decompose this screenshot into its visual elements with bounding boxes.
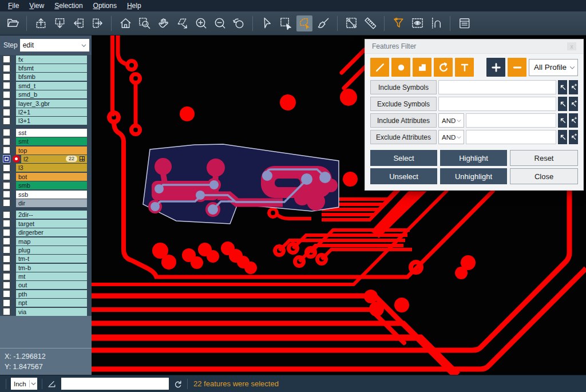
pick-add-from-graphic-button[interactable] <box>569 113 578 128</box>
layer-row-bot[interactable]: bot <box>0 172 92 181</box>
layer-row-l3+1[interactable]: l3+1 <box>0 117 92 125</box>
filter-input[interactable] <box>438 97 556 111</box>
layer-row-map[interactable]: map <box>0 237 92 246</box>
layer-checkbox[interactable] <box>3 100 10 107</box>
layer-checkbox[interactable] <box>3 191 10 198</box>
layer-row-fx[interactable]: fx <box>0 55 92 64</box>
layer-name[interactable]: bfsmb <box>16 73 87 81</box>
arc-tool-button[interactable] <box>434 58 453 77</box>
layer-checkbox[interactable] <box>3 290 10 298</box>
layer-row-top[interactable]: top <box>0 146 92 155</box>
unhighlight-button[interactable]: Unhighlight <box>440 168 507 184</box>
layer-name[interactable]: l2+1 <box>16 108 87 116</box>
layer-checkbox[interactable] <box>3 138 10 145</box>
layer-row-plug[interactable]: plug <box>0 246 92 254</box>
layer-name[interactable]: l3+1 <box>16 117 87 125</box>
home-button[interactable] <box>117 15 133 31</box>
filter-label-button[interactable]: Include Attributes <box>370 113 437 128</box>
layer-name[interactable]: tm-t <box>16 255 87 263</box>
layer-row-smd_t[interactable]: smd_t <box>0 81 92 90</box>
layer-checkbox[interactable] <box>3 164 10 172</box>
zoom-previous-button[interactable] <box>231 15 247 31</box>
zoom-polygon-button[interactable] <box>174 15 190 31</box>
layer-row-2dir--[interactable]: 2dir-- <box>0 211 92 219</box>
layer-name[interactable]: target <box>16 220 87 228</box>
layer-row-tm-b[interactable]: tm-b <box>0 263 92 272</box>
layer-row-target[interactable]: target <box>0 219 92 228</box>
layer-name[interactable]: out <box>16 281 87 289</box>
layer-name[interactable]: l3 <box>16 164 87 172</box>
layer-name[interactable]: fx <box>16 56 87 64</box>
menu-view[interactable]: View <box>25 1 50 11</box>
layer-row-dirgerber[interactable]: dirgerber <box>0 228 92 236</box>
view-profile-button[interactable] <box>409 15 425 31</box>
layer-name[interactable]: l222 <box>21 155 87 163</box>
zoom-area-button[interactable] <box>136 15 152 31</box>
remove-tool-button[interactable] <box>508 58 526 77</box>
move-right-button[interactable] <box>89 15 105 31</box>
move-down-button[interactable] <box>52 15 68 31</box>
select-polygon-button[interactable] <box>296 15 312 31</box>
layer-checkbox[interactable] <box>3 255 10 263</box>
layer-row-smt[interactable]: smt <box>0 137 92 146</box>
layer-checkbox[interactable] <box>3 65 10 72</box>
menu-options[interactable]: Options <box>89 1 122 11</box>
filter-button[interactable] <box>390 15 406 31</box>
layer-checkbox[interactable] <box>3 308 10 315</box>
layer-checkbox[interactable] <box>3 155 10 163</box>
layer-row-layer_3.gbr[interactable]: layer_3.gbr <box>0 99 92 108</box>
ruler-button[interactable] <box>362 15 378 31</box>
filter-label-button[interactable]: Exclude Attributes <box>370 130 437 144</box>
layer-name[interactable]: smd_b <box>16 90 87 98</box>
layer-name[interactable]: smd_t <box>16 82 87 90</box>
select-rect-button[interactable] <box>278 15 294 31</box>
layer-row-bfsmb[interactable]: bfsmb <box>0 73 92 81</box>
layer-name[interactable]: bfsmt <box>16 64 87 72</box>
layer-row-l3[interactable]: l3 <box>0 164 92 172</box>
layer-checkbox[interactable] <box>3 117 10 125</box>
filter-input[interactable] <box>466 113 556 128</box>
layer-name[interactable]: map <box>16 237 87 246</box>
pick-add-from-graphic-button[interactable] <box>569 80 578 94</box>
refresh-icon[interactable] <box>173 379 183 389</box>
layer-checkbox[interactable] <box>3 182 10 189</box>
add-tool-button[interactable] <box>486 58 505 77</box>
filter-label-button[interactable]: Include Symbols <box>370 80 437 94</box>
layer-checkbox[interactable] <box>3 282 10 289</box>
layer-checkbox[interactable] <box>3 211 10 219</box>
layer-checkbox[interactable] <box>3 56 10 63</box>
text-tool-button[interactable] <box>455 58 474 77</box>
filter-label-button[interactable]: Exclude Symbols <box>370 97 437 111</box>
dialog-titlebar[interactable]: Features Filter x <box>365 39 583 54</box>
profile-select[interactable]: All Profile <box>529 59 578 76</box>
layer-checkbox[interactable] <box>3 82 10 89</box>
pick-add-from-graphic-button[interactable] <box>569 97 578 111</box>
layer-checkbox[interactable] <box>3 91 10 98</box>
pick-from-graphic-button[interactable] <box>558 80 567 94</box>
layer-checkbox[interactable] <box>3 73 10 81</box>
layer-name[interactable]: via <box>16 308 87 316</box>
layer-name[interactable]: bot <box>16 173 87 181</box>
layer-name[interactable]: layer_3.gbr <box>16 100 87 108</box>
layer-checkbox[interactable] <box>3 273 10 280</box>
command-input[interactable] <box>61 378 169 390</box>
pick-from-graphic-button[interactable] <box>558 97 567 111</box>
layer-row-npt[interactable]: npt <box>0 299 92 307</box>
layer-row-ssb[interactable]: ssb <box>0 190 92 199</box>
clean-button[interactable] <box>315 15 331 31</box>
and-select[interactable]: AND <box>438 130 464 144</box>
snap-button[interactable] <box>428 15 444 31</box>
layer-name[interactable]: smb <box>16 181 87 189</box>
layer-checkbox[interactable] <box>3 220 10 227</box>
layer-row-l2[interactable]: l222 <box>0 155 92 163</box>
close-button[interactable]: Close <box>510 168 578 184</box>
move-left-button[interactable] <box>70 15 86 31</box>
layer-name[interactable]: plug <box>16 246 87 254</box>
menu-help[interactable]: Help <box>122 1 147 11</box>
select-button[interactable]: Select <box>370 150 437 166</box>
pointer-button[interactable] <box>259 15 275 31</box>
layer-name[interactable]: tm-b <box>16 264 87 272</box>
close-icon[interactable]: x <box>567 42 576 50</box>
highlight-button[interactable]: Highlight <box>440 150 507 166</box>
layer-name[interactable]: top <box>16 146 87 155</box>
